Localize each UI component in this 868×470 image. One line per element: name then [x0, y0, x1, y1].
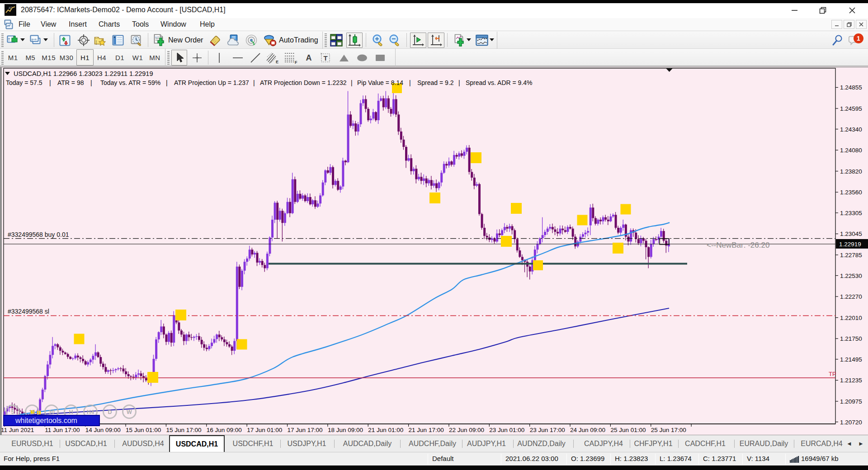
candle-body: [615, 215, 617, 228]
rectangle-tool-icon: [374, 53, 386, 62]
candle-body: [337, 181, 339, 190]
candle-body: [481, 214, 483, 228]
rectangle-tool-button[interactable]: [373, 50, 387, 66]
status-help-text: For Help, press F1: [4, 455, 60, 462]
candle-body: [435, 183, 438, 188]
candle-body: [178, 322, 180, 330]
timeframe-h1[interactable]: H1: [80, 54, 90, 61]
tabs-scroll-right-icon[interactable]: ►: [858, 440, 864, 447]
tab-cadchf-h1[interactable]: CADCHF,H1: [683, 435, 728, 452]
indicators-button[interactable]: [452, 33, 466, 47]
svg-text:A: A: [306, 53, 312, 62]
new-chart-button[interactable]: [6, 33, 19, 47]
chart-shift-button[interactable]: [428, 33, 444, 48]
tab-eurusd-h1[interactable]: EURUSD,H1: [11, 435, 54, 452]
history-center-button[interactable]: [208, 33, 222, 47]
timeframe-m1[interactable]: M1: [8, 54, 18, 61]
time-tick-label: 17 Jun 17:00: [288, 427, 323, 433]
menu-item-view[interactable]: View: [41, 20, 56, 28]
channel-tool-button[interactable]: E: [266, 50, 279, 66]
search-button[interactable]: [831, 33, 844, 47]
tab-cadjpy-h4[interactable]: CADJPY,H4: [581, 435, 626, 452]
candle-body: [85, 361, 87, 364]
text-label-tool-button[interactable]: T: [319, 50, 332, 66]
navigator-button[interactable]: [93, 33, 107, 47]
strategy-tester-button[interactable]: [130, 33, 143, 47]
terminal-button[interactable]: [111, 33, 125, 47]
tab-audcad-daily[interactable]: AUDCAD,Daily: [340, 435, 394, 452]
candle-body: [357, 124, 359, 132]
crosshair-tool-button[interactable]: [190, 50, 204, 66]
ellipse-tool-button[interactable]: [355, 50, 369, 66]
candle: [322, 180, 324, 197]
mt4-logo-icon: IC: [5, 4, 16, 16]
tab-audusd-h4[interactable]: AUDUSD,H4: [122, 435, 165, 452]
close-button[interactable]: [842, 3, 862, 17]
tab-eurcad-h4[interactable]: EURCAD,H4: [800, 435, 843, 452]
timeframe-mn[interactable]: MN: [149, 54, 160, 61]
market-watch-button[interactable]: [58, 33, 71, 47]
menu-item-window[interactable]: Window: [160, 20, 186, 28]
restore-button[interactable]: [813, 3, 833, 17]
zoom-out-button[interactable]: [388, 33, 401, 47]
candle-body: [236, 267, 238, 341]
tab-chfjpy-h1[interactable]: CHFJPY,H1: [633, 435, 674, 452]
menu-item-insert[interactable]: Insert: [69, 20, 87, 28]
vline-tool-button[interactable]: [212, 50, 226, 66]
timeframe-m5[interactable]: M5: [25, 54, 35, 61]
timeframe-w1[interactable]: W1: [132, 54, 143, 61]
minimize-button[interactable]: [784, 3, 804, 17]
chart-template-button[interactable]: [475, 33, 489, 47]
tile-windows-icon: [330, 33, 343, 47]
profiles-icon: [29, 34, 42, 47]
chart-area[interactable]: #332499568 buy 0.01#332499568 slTP<--New…: [0, 66, 868, 435]
auto-scroll-button[interactable]: [410, 33, 426, 48]
mdi-minimize-button[interactable]: [831, 20, 842, 29]
tile-windows-button[interactable]: [330, 33, 343, 47]
price-tick-label: 1.22270: [840, 293, 862, 300]
mdi-restore-button[interactable]: [844, 20, 854, 29]
dropdown-caret-icon[interactable]: [467, 38, 471, 41]
text-tool-button[interactable]: A: [302, 50, 316, 66]
menu-item-file[interactable]: File: [19, 20, 30, 28]
tab-usdcad-h1[interactable]: USDCAD,H1: [65, 435, 107, 452]
metaeditor-button[interactable]: [226, 33, 240, 47]
zoom-in-button[interactable]: [371, 33, 385, 47]
tabs-scroll-left-icon[interactable]: ◄: [846, 440, 852, 447]
candle-body: [365, 99, 367, 108]
new-order-button[interactable]: New Order: [152, 33, 203, 47]
tab-audchf-daily[interactable]: AUDCHF,Daily: [406, 435, 459, 452]
tab-usdchf-h1[interactable]: USDCHF,H1: [232, 435, 274, 452]
candle-body: [612, 215, 614, 216]
fibonacci-tool-button[interactable]: F: [284, 50, 297, 66]
menu-item-tools[interactable]: Tools: [132, 20, 149, 28]
arrow-triangle-tool-button[interactable]: [337, 50, 351, 66]
candle-body: [471, 172, 473, 178]
timeframe-m15[interactable]: M15: [42, 54, 56, 61]
tab-active-usdcad-h1[interactable]: USDCAD,H1: [169, 435, 225, 452]
cursor-tool-button[interactable]: [171, 50, 187, 66]
candlestick-chart-button[interactable]: [346, 33, 363, 48]
dropdown-caret-icon[interactable]: [490, 38, 494, 41]
tab-separator: [280, 440, 281, 448]
dropdown-caret-icon[interactable]: [43, 38, 48, 41]
mdi-close-button[interactable]: [856, 20, 867, 29]
dropdown-caret-icon[interactable]: [20, 38, 25, 41]
autotrading-button[interactable]: AutoTrading: [263, 33, 318, 47]
buy-order-label: #332499568 buy 0.01: [8, 231, 69, 238]
signals-button[interactable]: [245, 33, 258, 47]
timeframe-h4[interactable]: H4: [97, 54, 106, 61]
menu-item-charts[interactable]: Charts: [99, 20, 120, 28]
candle-body: [314, 200, 316, 207]
timeframe-d1[interactable]: D1: [115, 54, 124, 61]
tab-usdjpy-h1[interactable]: USDJPY,H1: [286, 435, 327, 452]
menu-item-help[interactable]: Help: [200, 20, 215, 28]
timeframe-m30[interactable]: M30: [60, 54, 74, 61]
tab-euraud-daily[interactable]: EURAUD,Daily: [740, 435, 788, 452]
profiles-button[interactable]: [29, 33, 42, 47]
trendline-tool-button[interactable]: [249, 50, 262, 66]
hline-tool-button[interactable]: [231, 50, 245, 66]
tab-audnzd-daily[interactable]: AUDNZD,Daily: [518, 435, 565, 452]
tab-audjpy-h1[interactable]: AUDJPY,H1: [464, 435, 509, 452]
data-window-button[interactable]: [77, 33, 90, 47]
